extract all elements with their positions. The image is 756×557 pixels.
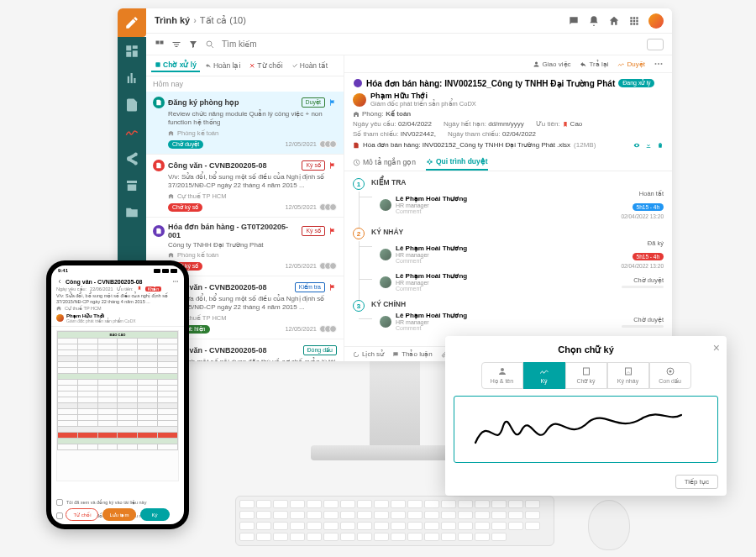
person-comment: Comment bbox=[396, 325, 467, 331]
ref-row: Số tham chiếu: INV022442, Ngày tham chiế… bbox=[353, 130, 664, 138]
more-icon[interactable] bbox=[654, 59, 664, 69]
chart-icon[interactable] bbox=[124, 71, 139, 86]
view-toggle-icon[interactable] bbox=[155, 39, 165, 50]
bell-icon[interactable] bbox=[588, 15, 600, 27]
item-avatars bbox=[322, 140, 337, 148]
app-logo[interactable] bbox=[118, 8, 146, 37]
person-name: Lê Phạm Hoài Thương bbox=[396, 244, 467, 252]
svg-point-10 bbox=[669, 370, 671, 373]
item-badge: Kiểm tra bbox=[295, 282, 325, 292]
list-item[interactable]: Đăng ký phòng họp Duyệt Review chức năng… bbox=[146, 92, 344, 155]
reject-button[interactable]: Từ chối bbox=[66, 508, 98, 521]
save-button[interactable]: Lưu tạm bbox=[102, 508, 135, 521]
assign-action[interactable]: Giao việc bbox=[533, 59, 571, 69]
progress-bar bbox=[622, 325, 664, 328]
tab-returned[interactable]: Hoàn lại bbox=[202, 59, 244, 72]
attachment-row[interactable]: Hóa đơn bán hàng: INV002152_Công ty TNHH… bbox=[353, 141, 664, 149]
signature-icon[interactable] bbox=[124, 124, 139, 139]
workflow-person: Lê Phạm Hoài Thương HR manager Comment Đ… bbox=[371, 239, 664, 269]
detail-tabs: Mô tả ngắn gọn Qui trình duyệt bbox=[344, 154, 672, 171]
signature-canvas[interactable] bbox=[454, 396, 718, 463]
step-number: 2 bbox=[353, 228, 365, 239]
svg-rect-1 bbox=[155, 62, 160, 66]
archive-icon[interactable] bbox=[124, 178, 139, 193]
desktop-app: Trình ký›Tất cả (10) Chờ xử lý Hoàn lại … bbox=[118, 8, 672, 361]
person-state: Chờ duyệt bbox=[622, 316, 664, 323]
back-icon[interactable] bbox=[56, 278, 63, 285]
toolbar bbox=[146, 34, 672, 55]
filter-icon[interactable] bbox=[188, 39, 198, 50]
pencil-icon bbox=[124, 15, 139, 30]
sig-tab-name[interactable]: Họ & tên bbox=[481, 362, 523, 389]
phone-more-icon[interactable] bbox=[172, 278, 179, 285]
workflow-person: Lê Phạm Hoài Thương HR manager Comment C… bbox=[371, 272, 664, 292]
tab-pending[interactable]: Chờ xử lý bbox=[151, 59, 200, 72]
dept-row: Phòng: Kế toán bbox=[353, 110, 664, 118]
sig-tab-sign[interactable]: Ký bbox=[523, 362, 565, 389]
item-date: 12/05/2021 bbox=[285, 140, 317, 148]
user-avatar[interactable] bbox=[648, 13, 664, 29]
folder-icon[interactable] bbox=[124, 205, 139, 220]
person-role: HR manager bbox=[396, 252, 467, 258]
approve-action[interactable]: Duyệt bbox=[617, 59, 645, 69]
person-avatar bbox=[380, 316, 391, 328]
tab-workflow[interactable]: Qui trình duyệt bbox=[426, 157, 488, 171]
item-badge: Duyệt bbox=[302, 97, 325, 108]
close-icon[interactable]: × bbox=[713, 341, 720, 355]
owner-block: Phạm Hữu Thới Giám đốc phát triển sản ph… bbox=[353, 92, 664, 108]
item-badge: Ký số bbox=[302, 160, 325, 171]
flag-icon bbox=[328, 227, 337, 235]
share-icon[interactable] bbox=[124, 151, 139, 166]
workflow-person: Lê Phạm Hoài Thương HR manager Comment C… bbox=[371, 312, 664, 331]
chat-icon[interactable] bbox=[568, 15, 580, 27]
sig-tab-initial[interactable]: Ký nháy bbox=[607, 362, 649, 389]
docs-icon[interactable] bbox=[124, 97, 139, 113]
step-number: 1 bbox=[353, 178, 365, 190]
person-state: Hoàn tất bbox=[621, 190, 664, 197]
dashboard-icon[interactable] bbox=[124, 44, 139, 59]
item-title: Đăng ký phòng họp bbox=[168, 98, 298, 107]
view-pill[interactable] bbox=[647, 39, 664, 50]
history-tab[interactable]: Lịch sử bbox=[353, 350, 384, 358]
search-input[interactable] bbox=[222, 39, 640, 49]
preview-icon[interactable] bbox=[633, 142, 640, 149]
svg-point-4 bbox=[661, 63, 663, 65]
step-name: KÝ NHÁY bbox=[371, 228, 664, 236]
sig-tab-stamp[interactable]: Con dấu bbox=[649, 362, 691, 389]
home-icon[interactable] bbox=[608, 15, 620, 27]
discuss-tab[interactable]: Thảo luận bbox=[392, 350, 433, 358]
workflow: 1 KIỂM TRA Lê Phạm Hoài Thương HR manage… bbox=[344, 171, 672, 346]
phone-owner-avatar bbox=[56, 314, 64, 322]
modal-title: Chọn chữ ký bbox=[454, 344, 718, 355]
list-item[interactable]: Công văn - CVNB200205-08 Ký số V/v: Sửa … bbox=[146, 155, 344, 218]
sign-button[interactable]: Ký bbox=[140, 508, 170, 521]
confirm-checkbox[interactable] bbox=[56, 499, 63, 506]
state-date: 02/04/2022 13:20 bbox=[621, 263, 664, 269]
tab-rejected[interactable]: Từ chối bbox=[245, 59, 286, 72]
breadcrumb: Trình ký›Tất cả (10) bbox=[155, 15, 246, 26]
item-desc: Công ty TNHH Đại Trường Phát bbox=[168, 241, 337, 250]
item-dept: Phòng kế toán bbox=[168, 129, 337, 137]
svg-point-0 bbox=[207, 41, 212, 46]
person-role: HR manager bbox=[396, 202, 467, 208]
workflow-step: 2 KÝ NHÁY Lê Phạm Hoài Thương HR manager… bbox=[353, 228, 664, 292]
person-state: Chờ duyệt bbox=[622, 276, 664, 284]
next-button[interactable]: Tiếp tục bbox=[675, 475, 718, 489]
delete-icon[interactable] bbox=[657, 142, 664, 149]
mouse bbox=[588, 500, 630, 550]
monitor-stand bbox=[370, 361, 420, 454]
apps-icon[interactable] bbox=[628, 15, 640, 27]
phone-device: 9:41 Công văn - CVNB200205-08 Ngày yêu c… bbox=[46, 260, 189, 529]
return-action[interactable]: Trả lại bbox=[580, 59, 609, 69]
sort-icon[interactable] bbox=[171, 39, 181, 50]
item-dept: Phòng kế toán bbox=[168, 251, 337, 259]
item-dept: Cự thuế TP HCM bbox=[168, 192, 337, 200]
item-avatars bbox=[322, 203, 337, 211]
phone-document-preview[interactable]: BÁO CÁO bbox=[56, 330, 179, 481]
owner-name: Phạm Hữu Thới bbox=[370, 92, 476, 100]
sig-tab-main[interactable]: Chữ ký bbox=[565, 362, 607, 389]
download-icon[interactable] bbox=[645, 142, 652, 149]
tab-desc[interactable]: Mô tả ngắn gọn bbox=[353, 157, 416, 171]
tab-done[interactable]: Hoàn tất bbox=[288, 59, 331, 72]
doc-type-icon bbox=[353, 78, 363, 88]
